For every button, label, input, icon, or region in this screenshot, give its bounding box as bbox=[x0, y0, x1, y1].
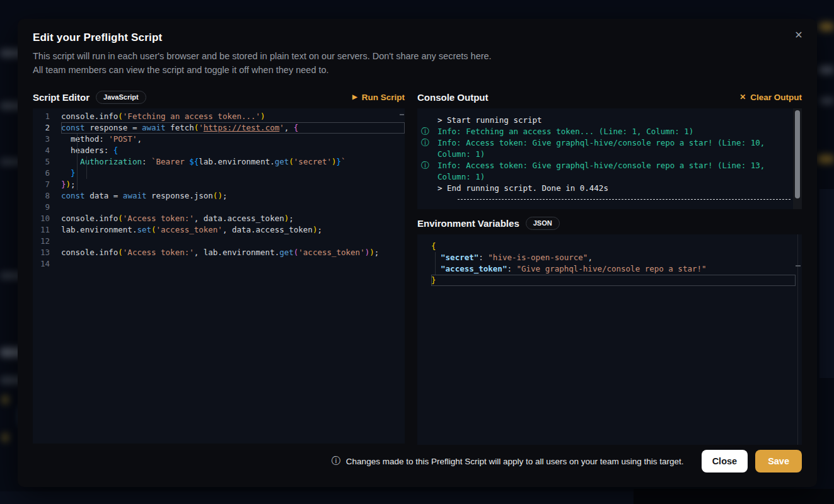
console-entry: > End running script. Done in 0.442s bbox=[437, 183, 791, 194]
indent-guide bbox=[86, 156, 87, 179]
background-blur-text bbox=[3, 433, 8, 442]
console-entry: > Start running script bbox=[437, 115, 791, 126]
console-output-heading: Console Output bbox=[417, 92, 489, 103]
code-line: } bbox=[417, 275, 802, 286]
console-entry: ⓘInfo: Access token: Give graphql-hive/c… bbox=[437, 160, 791, 183]
play-icon: ▶ bbox=[352, 94, 357, 100]
background-blur-text bbox=[817, 155, 834, 163]
line-number: 7 bbox=[33, 179, 61, 190]
page-title: Edit your Preflight Script bbox=[33, 32, 802, 44]
script-editor-heading: Script Editor bbox=[33, 92, 90, 103]
description-line-2: All team members can view the script and… bbox=[33, 63, 802, 77]
line-number: 14 bbox=[33, 258, 61, 270]
code-line: 4 headers: { bbox=[33, 145, 405, 156]
line-number: 1 bbox=[33, 111, 61, 122]
save-button[interactable]: Save bbox=[755, 450, 802, 472]
footer-note: Changes made to this Preflight Script wi… bbox=[346, 457, 684, 466]
line-number: 2 bbox=[33, 122, 61, 134]
code-line: 12 bbox=[33, 236, 405, 247]
close-icon[interactable]: ✕ bbox=[791, 26, 807, 43]
code-line: "access_token": "Give graphql-hive/conso… bbox=[417, 263, 802, 275]
run-script-button[interactable]: ▶ Run Script bbox=[352, 93, 405, 102]
line-number: 12 bbox=[33, 236, 61, 247]
info-circle-icon: ⓘ bbox=[421, 160, 429, 171]
code-line: 5 Authorization: `Bearer ${lab.environme… bbox=[33, 156, 405, 168]
code-line: 6 } bbox=[33, 168, 405, 179]
console-scrollbar-track bbox=[793, 108, 802, 209]
script-editor-pane: Script Editor JavaScript ▶ Run Script 1c… bbox=[33, 86, 405, 445]
line-number: 13 bbox=[33, 247, 61, 258]
environment-variables-editor[interactable]: { "secret": "hive-is-open-source", "acce… bbox=[417, 234, 802, 445]
line-number: 8 bbox=[33, 190, 61, 202]
code-line: 2const response = await fetch('https://t… bbox=[33, 122, 405, 134]
background-blur-text bbox=[819, 23, 834, 31]
environment-variables-pane: Environment Variables JSON { "secret": "… bbox=[417, 212, 802, 445]
background-panel bbox=[634, 489, 834, 504]
background-blur-text bbox=[3, 396, 8, 404]
code-line: 10console.info('Access token:', data.acc… bbox=[33, 213, 405, 224]
code-line: 11lab.environment.set('access_token', da… bbox=[33, 224, 405, 236]
code-line: 7}); bbox=[33, 179, 405, 190]
code-line: "secret": "hive-is-open-source", bbox=[417, 252, 802, 263]
background-panel bbox=[820, 189, 834, 378]
environment-variables-heading: Environment Variables bbox=[417, 218, 519, 229]
background-blur-text bbox=[818, 66, 834, 74]
code-line: { bbox=[417, 241, 802, 252]
line-number: 6 bbox=[33, 168, 61, 179]
line-number: 3 bbox=[33, 134, 61, 145]
line-number: 9 bbox=[33, 202, 61, 213]
info-circle-icon: ⓘ bbox=[421, 126, 429, 137]
clear-icon: ✕ bbox=[739, 93, 746, 101]
code-line: 1console.info('Fetching an access token.… bbox=[33, 111, 405, 122]
console-output-pane: Console Output ✕ Clear Output > Start ru… bbox=[417, 86, 802, 209]
line-number: 10 bbox=[33, 213, 61, 224]
code-line: 13console.info('Access token:', lab.envi… bbox=[33, 247, 405, 258]
code-line: 3 method: 'POST', bbox=[33, 134, 405, 145]
preflight-modal: ✕ Edit your Preflight Script This script… bbox=[18, 19, 817, 487]
clear-output-button[interactable]: ✕ Clear Output bbox=[739, 93, 802, 102]
line-number: 5 bbox=[33, 156, 61, 168]
info-icon: ⓘ bbox=[332, 455, 340, 467]
console-entry: ⓘInfo: Access token: Give graphql-hive/c… bbox=[437, 137, 791, 160]
line-number: 4 bbox=[33, 145, 61, 156]
background-blur-text bbox=[820, 98, 834, 104]
close-button[interactable]: Close bbox=[702, 450, 748, 472]
overview-ruler-mark bbox=[796, 265, 801, 266]
json-badge: JSON bbox=[526, 217, 560, 230]
javascript-badge: JavaScript bbox=[96, 91, 146, 104]
code-line: 8const data = await response.json(); bbox=[33, 190, 405, 202]
console-separator bbox=[458, 199, 791, 200]
code-line: 14 bbox=[33, 258, 405, 270]
console-scrollbar-thumb[interactable] bbox=[795, 110, 800, 198]
console-entry: ⓘInfo: Fetching an access token... (Line… bbox=[437, 126, 791, 137]
line-number: 11 bbox=[33, 224, 61, 236]
indent-guide bbox=[77, 134, 78, 190]
indent-guide bbox=[435, 252, 436, 275]
run-script-label: Run Script bbox=[362, 93, 405, 102]
code-line: 9 bbox=[33, 202, 405, 213]
clear-output-label: Clear Output bbox=[750, 93, 802, 102]
overview-ruler-mark bbox=[400, 114, 404, 115]
console-output[interactable]: > Start running scriptⓘInfo: Fetching an… bbox=[417, 108, 802, 209]
script-code-editor[interactable]: 1console.info('Fetching an access token.… bbox=[33, 108, 405, 444]
description-line-1: This script will run in each user's brow… bbox=[33, 49, 802, 63]
info-circle-icon: ⓘ bbox=[421, 137, 429, 149]
